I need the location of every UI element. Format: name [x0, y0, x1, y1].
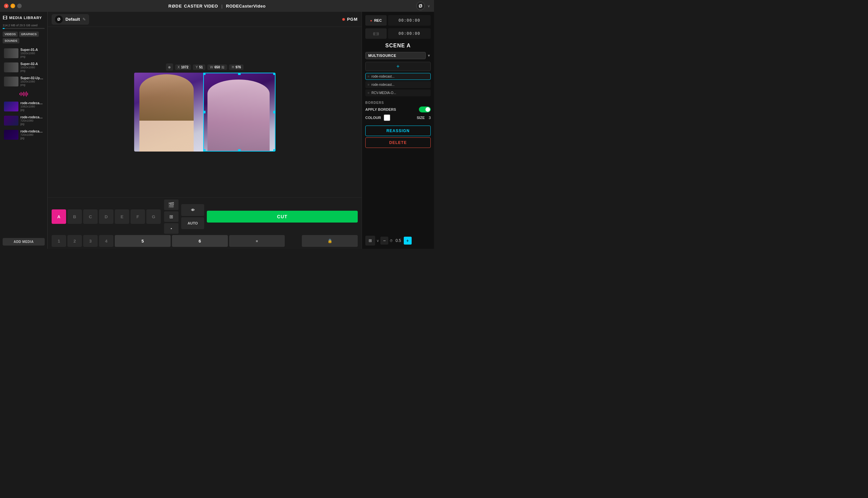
grid-dropdown[interactable]: ∨ [377, 239, 379, 243]
rec-row: ● REC 00:00:00 [365, 15, 431, 26]
source-item-1[interactable]: ≡ rode-rodecast... [365, 73, 431, 80]
scene-button-e[interactable]: E [115, 209, 129, 224]
audio-monitor-button[interactable]: ((·)) [365, 28, 387, 39]
crop-icon[interactable]: ▪ [164, 223, 179, 234]
selection-handle-tr[interactable] [273, 73, 276, 75]
multisource-dropdown[interactable]: MULTISOURCE [365, 52, 426, 59]
selection-handle-l[interactable] [203, 111, 206, 114]
media-name: Super-02-Upd... [21, 76, 43, 80]
maximize-button[interactable] [17, 4, 22, 8]
num-button-3[interactable]: 3 [83, 235, 98, 247]
source-item-3[interactable]: ≡ RCV-MEDIA-O... [365, 89, 431, 96]
drag-handle[interactable]: ⊕ [166, 63, 173, 71]
storage-label: 114.2 MB of 29.5 GB used [3, 24, 45, 27]
preview-canvas[interactable] [134, 73, 276, 152]
rec-button[interactable]: ● REC [365, 15, 387, 26]
selection-handle-tl[interactable] [203, 73, 206, 75]
media-type: jpg [21, 136, 43, 140]
add-media-button[interactable]: ADD MEDIA [3, 238, 45, 246]
media-name: Super-02-A [21, 62, 43, 66]
link-icon[interactable]: ⛓ [221, 65, 225, 69]
filter-graphics[interactable]: GRAPHICS [19, 31, 39, 37]
minimize-button[interactable]: − [11, 4, 15, 8]
scene-selector[interactable]: Ø Default ✎ [52, 14, 89, 25]
h-size-field: H 976 [229, 64, 244, 70]
rec-time-display: 00:00:00 [388, 15, 431, 26]
add-source-button[interactable]: + [365, 62, 431, 71]
scene-button-d[interactable]: D [99, 209, 114, 224]
audio-wave-icon: ((·)) [373, 31, 379, 36]
size-value: 3 [429, 116, 431, 120]
fit-button[interactable]: ■ [229, 235, 285, 247]
h-label: H [232, 65, 234, 69]
media-item[interactable]: Super-02-Upd... 1920x1080 png [3, 75, 45, 88]
grid-view-button[interactable]: ⊞ [365, 236, 375, 246]
num-button-6[interactable]: 6 [172, 235, 228, 247]
selection-handle-bl[interactable] [203, 149, 206, 152]
app-title: RØDE CASTER VIDEO | RODECasterVideo [168, 4, 266, 9]
layers-icon[interactable]: ⊞ [164, 211, 179, 222]
window-controls[interactable]: ✕ − [4, 4, 22, 8]
selection-handle-br[interactable] [273, 149, 276, 152]
rec-row2: ((·)) 00:00:00 [365, 28, 431, 39]
media-thumb-wave [4, 90, 43, 97]
y-value: 51 [199, 65, 203, 69]
center-area: Ø Default ✎ PGM ⊕ X 1072 Y [48, 12, 362, 249]
close-button[interactable]: ✕ [4, 4, 9, 8]
num-button-2[interactable]: 2 [67, 235, 82, 247]
scene-button-f[interactable]: F [131, 209, 145, 224]
selection-handle-r[interactable] [273, 111, 276, 114]
media-item[interactable]: rode-rodecast... 720x1080 jpg [3, 128, 45, 141]
scene-name: Default [65, 17, 80, 22]
auto-button[interactable]: AUTO [181, 217, 204, 229]
scene-a-label: SCENE A [365, 43, 431, 49]
filter-videos[interactable]: VIDEOS [3, 31, 18, 37]
rec-label: REC [374, 18, 382, 22]
edit-icon[interactable]: ✎ [82, 17, 86, 22]
timer-plus-button[interactable]: + [404, 237, 412, 245]
selection-handle-t[interactable] [238, 73, 241, 75]
delete-button[interactable]: DELETE [365, 137, 431, 148]
w-label: W [210, 65, 213, 69]
media-info: Super-02-A 1920x1080 png [21, 62, 43, 72]
media-thumb [4, 63, 18, 72]
left-source-panel [134, 73, 203, 152]
scene-button-g[interactable]: G [146, 209, 161, 224]
source-item-2[interactable]: ≡ rode-rodecast... [365, 81, 431, 88]
media-item[interactable]: Super-01-A 1920x1080 png [3, 47, 45, 60]
media-item[interactable]: Super-02-A 1920x1080 png [3, 61, 45, 74]
scene-button-a[interactable]: A [52, 209, 66, 224]
position-bar: ⊕ X 1072 Y 51 W 650 ⛓ H [166, 63, 244, 71]
x-position-field: X 1072 [175, 64, 191, 70]
media-item[interactable]: rode-rodecast... 720x1080 jpg [3, 114, 45, 127]
media-library-icon: 🎞 [3, 15, 7, 21]
media-item[interactable]: rode-rodecast... 1082x1080 jpg [3, 100, 45, 113]
media-item[interactable]: THEME wav [3, 89, 45, 99]
num-button-5[interactable]: 5 [115, 235, 171, 247]
filter-sounds[interactable]: SOUNDS [3, 38, 19, 43]
cut-button[interactable]: CUT [207, 211, 358, 223]
eye-cut-row: 👁 [181, 204, 204, 216]
scene-button-b[interactable]: B [67, 209, 82, 224]
colour-swatch[interactable] [384, 114, 390, 121]
bottom-controls: A B C D E F G 🎬 ⊞ ▪ 👁 AUTO [48, 197, 362, 249]
y-position-field: Y 51 [193, 64, 206, 70]
visibility-button[interactable]: 👁 [181, 204, 204, 216]
media-thumb [4, 130, 18, 140]
clapper-icon[interactable]: 🎬 [164, 199, 179, 210]
multisource-row: MULTISOURCE ▼ [365, 52, 431, 59]
pgm-indicator: PGM [342, 17, 358, 22]
dropdown-arrow-icon[interactable]: ▼ [427, 54, 431, 57]
right-source-panel[interactable] [203, 73, 275, 152]
scene-button-c[interactable]: C [83, 209, 98, 224]
apply-borders-toggle[interactable] [419, 106, 431, 113]
reassign-button[interactable]: REASSIGN [365, 126, 431, 136]
selection-handle-b[interactable] [238, 149, 241, 152]
num-button-4[interactable]: 4 [99, 235, 114, 247]
main-layout: 🎞 MEDIA LIBRARY 114.2 MB of 29.5 GB used… [0, 12, 434, 249]
media-dim: 1082x1080 [21, 105, 43, 108]
drag-handle-icon: ≡ [368, 75, 370, 78]
num-button-1[interactable]: 1 [52, 235, 66, 247]
lock-button[interactable]: 🔒 [302, 235, 358, 247]
timer-minus-button[interactable]: − [380, 237, 388, 245]
